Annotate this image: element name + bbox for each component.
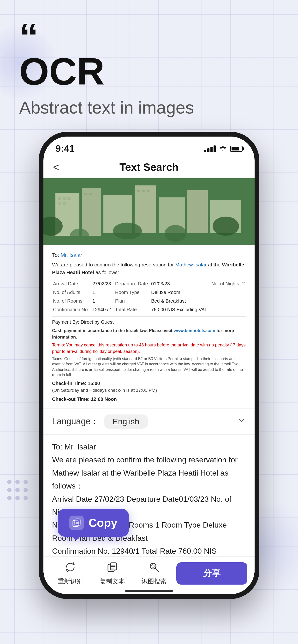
doc-payment: Payment By: Direct by Guest — [52, 318, 246, 326]
bottom-toolbar: 重新识别 复制文本 — [43, 556, 255, 594]
dots-decoration — [7, 480, 28, 500]
doc-intro: We are pleased to confirm the following … — [52, 261, 246, 276]
nav-title: Text Search — [119, 161, 179, 173]
status-icons — [204, 144, 243, 153]
toolbar-search-label: 识图搜索 — [141, 577, 167, 586]
status-time: 9:41 — [55, 143, 75, 154]
svg-line-33 — [155, 568, 158, 572]
document-content: To: Mr. Isalar We are pleased to confirm… — [43, 245, 255, 408]
svg-rect-21 — [142, 190, 145, 192]
nav-bar: < Text Search — [43, 156, 255, 178]
doc-taxes: Taxes: Guests of foreign nationality (wi… — [52, 356, 246, 378]
signal-icon — [204, 146, 216, 152]
quote-mark: “ — [19, 22, 279, 52]
toolbar-reidentify-label: 重新识别 — [58, 577, 83, 586]
toolbar-copy-button[interactable]: 复制文本 — [93, 561, 132, 586]
home-indicator — [125, 590, 173, 592]
toolbar-share-label: 分享 — [203, 568, 221, 579]
copy-tooltip[interactable]: Copy — [58, 509, 129, 537]
svg-rect-2 — [82, 188, 101, 236]
phone-outer: 9:41 — [39, 132, 259, 599]
page-title: OCR — [19, 52, 279, 90]
svg-rect-14 — [63, 198, 66, 200]
wifi-icon — [219, 144, 227, 153]
svg-point-11 — [70, 228, 89, 243]
status-bar: 9:41 — [43, 136, 255, 156]
language-selector[interactable]: English — [104, 414, 148, 428]
back-button[interactable]: < — [53, 161, 59, 173]
svg-rect-16 — [58, 202, 61, 204]
phone-inner: 9:41 — [43, 136, 255, 594]
toolbar-copy-label: 复制文本 — [100, 577, 125, 586]
page-subtitle: Abstract text in images — [19, 98, 279, 118]
doc-checkin: Check-in Time: 15:00 — [52, 380, 246, 387]
language-row: Language： English — [43, 408, 255, 434]
svg-point-12 — [165, 225, 186, 242]
svg-rect-6 — [187, 190, 208, 233]
copy-label[interactable]: Copy — [89, 516, 117, 530]
svg-point-10 — [213, 216, 239, 236]
doc-checkin-sub: (On Saturday and Holidays check-in is at… — [52, 387, 246, 394]
svg-point-9 — [113, 222, 142, 239]
svg-rect-15 — [67, 198, 71, 200]
doc-to-name: Mr. Isalar — [60, 252, 82, 258]
svg-rect-18 — [84, 192, 87, 195]
ocr-line-2: We are pleased to confirm the following … — [52, 453, 246, 492]
svg-rect-19 — [89, 192, 92, 195]
ocr-output: To: Mr. Isalar We are pleased to confirm… — [43, 434, 255, 564]
battery-icon — [230, 146, 243, 152]
svg-rect-20 — [137, 190, 140, 192]
ocr-line-5: Confirmation No. 12940/1 Total Rate 760.… — [52, 544, 246, 558]
doc-table: Arrival Date 27/02/23 Departure Date 01/… — [52, 279, 246, 314]
image-search-icon — [148, 561, 160, 575]
language-chevron-icon[interactable] — [237, 416, 246, 427]
reidentify-icon — [65, 561, 76, 575]
phone-wrapper: 9:41 — [0, 132, 298, 599]
doc-checkout: Check-out Time: 12:00 Noon — [52, 396, 246, 403]
doc-to-line: To: Mr. Isalar — [52, 251, 246, 259]
toolbar-reidentify-button[interactable]: 重新识别 — [51, 561, 90, 586]
language-label: Language： — [52, 416, 99, 428]
header-area: “ OCR Abstract text in images — [0, 0, 298, 118]
svg-rect-13 — [58, 198, 61, 200]
svg-rect-17 — [63, 202, 66, 204]
copy-text-icon — [106, 561, 118, 575]
ocr-line-1: To: Mr. Isalar — [52, 440, 246, 453]
svg-rect-22 — [146, 190, 150, 192]
doc-terms: Terms: You may cancel this reservation u… — [52, 342, 246, 355]
svg-point-34 — [152, 565, 154, 567]
toolbar-search-button[interactable]: 识图搜索 — [134, 561, 174, 586]
document-image — [43, 178, 255, 245]
doc-cash-payment: Cash payment in accordance to the Israel… — [52, 328, 246, 340]
toolbar-share-button[interactable]: 分享 — [176, 562, 247, 584]
copy-icon — [69, 516, 84, 530]
